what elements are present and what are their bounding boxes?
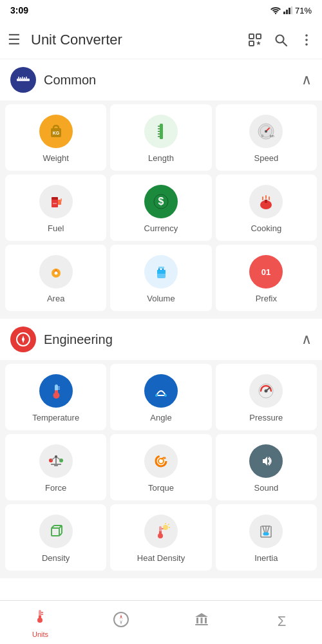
signal-icon xyxy=(283,6,292,14)
status-time: 3:09 xyxy=(10,5,28,15)
ruler-icon xyxy=(15,72,31,88)
force-icon xyxy=(39,444,73,478)
more-icon[interactable] xyxy=(299,32,314,48)
grid-star-icon[interactable] xyxy=(247,32,263,48)
nav-sigma-icon: Σ xyxy=(278,613,287,630)
svg-rect-92 xyxy=(159,531,162,536)
svg-rect-22 xyxy=(160,124,163,139)
length-icon xyxy=(144,115,178,148)
engineering-icon xyxy=(10,327,36,352)
pressure-label: Pressure xyxy=(249,413,283,422)
pressure-icon xyxy=(249,374,283,408)
menu-icon[interactable]: ☰ xyxy=(8,32,21,48)
temperature-icon xyxy=(39,374,73,408)
nav-bank[interactable] xyxy=(161,611,242,634)
search-icon[interactable] xyxy=(273,32,289,48)
svg-rect-3 xyxy=(289,8,290,14)
svg-rect-37 xyxy=(61,198,62,202)
fuel-label: Fuel xyxy=(48,223,64,233)
sound-item[interactable]: Sound xyxy=(216,434,317,500)
pressure-item[interactable]: Pressure xyxy=(216,364,317,430)
density-item[interactable]: Density xyxy=(5,504,106,571)
svg-rect-5 xyxy=(249,34,254,39)
svg-rect-117 xyxy=(196,618,198,623)
svg-text:km: km xyxy=(270,134,274,138)
nav-bank-icon xyxy=(193,611,210,632)
nav-compass-icon xyxy=(113,611,129,632)
svg-text:0: 0 xyxy=(261,134,263,138)
cooking-label: Cooking xyxy=(251,223,281,233)
svg-line-99 xyxy=(263,526,265,533)
currency-label: Currency xyxy=(144,223,178,233)
svg-rect-1 xyxy=(283,12,285,14)
common-icon xyxy=(10,67,36,93)
app-title: Unit Converter xyxy=(31,32,247,48)
weight-label: Weight xyxy=(43,153,69,163)
fuel-icon xyxy=(39,185,73,218)
weight-icon: KG xyxy=(39,115,73,148)
torque-label: Torque xyxy=(148,483,174,493)
status-bar: 3:09 71% xyxy=(0,0,322,21)
prefix-item[interactable]: 01 Prefix xyxy=(216,245,317,311)
temperature-item[interactable]: Temperature xyxy=(5,364,106,430)
svg-rect-118 xyxy=(200,618,202,623)
prefix-label: Prefix xyxy=(256,294,277,303)
speed-item[interactable]: 0 km Speed xyxy=(216,104,317,171)
status-icons: 71% xyxy=(270,6,312,15)
density-label: Density xyxy=(42,553,70,563)
compass-icon xyxy=(15,332,31,347)
svg-rect-50 xyxy=(157,270,166,274)
svg-rect-14 xyxy=(17,79,30,81)
nav-sigma[interactable]: Σ xyxy=(242,613,322,632)
common-section-header[interactable]: Common ∧ xyxy=(0,59,322,100)
svg-line-96 xyxy=(168,524,169,526)
svg-line-101 xyxy=(267,526,269,533)
density-icon xyxy=(39,515,73,548)
svg-rect-119 xyxy=(205,618,207,623)
svg-marker-116 xyxy=(195,613,208,617)
svg-rect-7 xyxy=(249,41,254,46)
action-icons xyxy=(247,32,314,48)
engineering-grid: Temperature Angle xyxy=(0,360,322,578)
inertia-label: Inertia xyxy=(254,553,278,563)
svg-rect-59 xyxy=(55,390,58,395)
currency-icon: $ xyxy=(144,185,178,218)
svg-point-64 xyxy=(155,394,158,397)
svg-point-80 xyxy=(159,459,163,463)
engineering-chevron[interactable]: ∧ xyxy=(301,331,312,348)
prefix-icon: 01 xyxy=(249,255,283,289)
svg-text:KG: KG xyxy=(52,131,59,135)
length-item[interactable]: Length xyxy=(110,104,211,171)
nav-units-label: Units xyxy=(32,630,48,638)
torque-item[interactable]: Torque xyxy=(110,434,211,500)
force-item[interactable]: Force xyxy=(5,434,106,500)
nav-compass[interactable] xyxy=(80,611,161,634)
inertia-item[interactable]: Inertia xyxy=(216,504,317,571)
cooking-icon xyxy=(249,185,283,218)
fuel-item[interactable]: Fuel xyxy=(5,175,106,241)
cooking-item[interactable]: Cooking xyxy=(216,175,317,241)
svg-point-94 xyxy=(163,525,168,530)
nav-units[interactable]: Units xyxy=(0,607,80,638)
volume-icon xyxy=(144,255,178,289)
bottom-nav: Units Σ xyxy=(0,600,322,644)
common-chevron[interactable]: ∧ xyxy=(301,71,312,88)
svg-rect-42 xyxy=(265,200,267,203)
svg-rect-120 xyxy=(195,624,208,625)
area-label: Area xyxy=(47,294,64,303)
weight-item[interactable]: KG Weight xyxy=(5,104,106,171)
svg-text:01: 01 xyxy=(261,267,270,277)
currency-item[interactable]: $ Currency xyxy=(110,175,211,241)
volume-label: Volume xyxy=(147,294,175,303)
common-label: Common xyxy=(44,73,301,88)
area-item[interactable]: Area xyxy=(5,245,106,311)
svg-rect-53 xyxy=(158,267,164,269)
angle-icon xyxy=(144,374,178,408)
heatdensity-item[interactable]: Heat Density xyxy=(110,504,211,571)
force-label: Force xyxy=(45,483,66,493)
svg-rect-34 xyxy=(52,198,58,207)
engineering-section-header[interactable]: Engineering ∧ xyxy=(0,319,322,360)
angle-item[interactable]: Angle xyxy=(110,364,211,430)
volume-item[interactable]: Volume xyxy=(110,245,211,311)
svg-point-11 xyxy=(305,34,308,37)
